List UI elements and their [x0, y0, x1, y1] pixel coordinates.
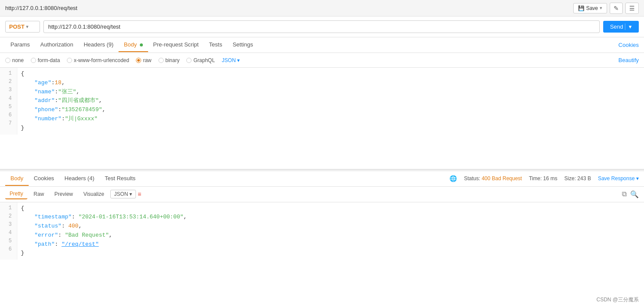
code-line: "timestamp": "2024-01-16T13:53:14.640+00… — [21, 213, 641, 222]
body-options-left: none form-data x-www-form-urlencoded raw… — [5, 57, 240, 63]
url-input[interactable] — [43, 20, 600, 33]
radio-none[interactable] — [5, 58, 10, 63]
response-code-lines: 1 2 3 4 5 6 { "timestamp": "2024-01-16T1… — [0, 202, 644, 260]
response-sub-right: ⧉ 🔍 — [622, 190, 639, 198]
line-num: 2 — [2, 78, 13, 86]
status-label: Status: 400 Bad Request — [464, 175, 522, 182]
line-num: 3 — [2, 221, 13, 229]
option-form-data[interactable]: form-data — [31, 57, 60, 63]
edit-button[interactable]: ✎ — [610, 3, 623, 14]
radio-binary[interactable] — [159, 58, 164, 63]
tab-authorization[interactable]: Authorization — [35, 38, 79, 52]
cookies-link[interactable]: Cookies — [618, 42, 639, 48]
save-response-chevron-icon: ▾ — [636, 175, 639, 182]
option-graphql[interactable]: GraphQL — [186, 57, 215, 63]
body-badge — [140, 43, 143, 46]
sub-tab-visualize[interactable]: Visualize — [79, 189, 109, 199]
beautify-button[interactable]: Beautify — [618, 57, 639, 63]
radio-form-data[interactable] — [31, 58, 36, 63]
search-icon[interactable]: 🔍 — [630, 190, 639, 198]
radio-raw[interactable] — [136, 58, 141, 63]
rtab-cookies[interactable]: Cookies — [29, 172, 59, 186]
code-lines: 1 2 3 4 5 6 7 { "age":18, "name":"张三", "… — [0, 68, 644, 135]
status-value: 400 Bad Request — [482, 175, 522, 182]
sub-tab-preview[interactable]: Preview — [50, 189, 77, 199]
radio-urlencoded[interactable] — [67, 58, 72, 63]
json-select[interactable]: JSON ▾ — [222, 57, 240, 63]
save-response-button[interactable]: Save Response ▾ — [598, 175, 639, 182]
line-numbers: 1 2 3 4 5 6 7 — [0, 68, 17, 135]
response-code-content: { "timestamp": "2024-01-16T13:53:14.640+… — [17, 202, 644, 260]
page-title: http://127.0.0.1:8080/req/test — [5, 5, 77, 11]
response-json-badge[interactable]: JSON ▾ — [110, 190, 136, 198]
tab-params[interactable]: Params — [5, 38, 35, 52]
code-line: } — [21, 124, 641, 133]
line-num: 5 — [2, 103, 13, 111]
rtab-body[interactable]: Body — [5, 172, 29, 186]
rtab-test-results[interactable]: Test Results — [99, 172, 141, 186]
code-line: "addr":"四川省成都市", — [21, 96, 641, 106]
code-line: "phone":"1352678459", — [21, 106, 641, 115]
save-dropdown-icon[interactable]: ▾ — [600, 5, 602, 11]
method-label: POST — [9, 23, 24, 30]
tab-settings[interactable]: Settings — [228, 38, 258, 52]
code-content: { "age":18, "name":"张三", "addr":"四川省成都市"… — [17, 68, 644, 135]
line-num: 4 — [2, 95, 13, 103]
response-status: 🌐 Status: 400 Bad Request Time: 16 ms Si… — [449, 175, 639, 182]
time-label: Time: 16 ms — [529, 175, 558, 182]
copy-icon[interactable]: ⧉ — [622, 190, 627, 198]
radio-graphql[interactable] — [186, 58, 192, 63]
response-line-numbers: 1 2 3 4 5 6 — [0, 202, 17, 260]
option-urlencoded[interactable]: x-www-form-urlencoded — [67, 57, 129, 63]
size-label: Size: 243 B — [565, 175, 591, 182]
sub-tab-pretty[interactable]: Pretty — [5, 189, 27, 199]
send-dropdown-icon[interactable]: ▾ — [625, 23, 632, 30]
line-num: 3 — [2, 86, 13, 94]
save-icon: 💾 — [578, 5, 585, 11]
comment-icon: ☰ — [629, 5, 635, 12]
line-num: 1 — [2, 204, 13, 212]
response-sub-tabs: Pretty Raw Preview Visualize JSON ▾ ≡ ⧉ … — [0, 187, 644, 202]
tab-body[interactable]: Body — [119, 38, 148, 52]
line-num: 7 — [2, 119, 13, 128]
option-none[interactable]: none — [5, 57, 24, 63]
rtab-headers[interactable]: Headers (4) — [59, 172, 100, 186]
line-num: 5 — [2, 237, 13, 245]
watermark: CSDN @三分魔系 — [596, 296, 639, 304]
comment-button[interactable]: ☰ — [625, 3, 639, 14]
request-body-editor[interactable]: 1 2 3 4 5 6 7 { "age":18, "name":"张三", "… — [0, 68, 644, 169]
sub-tab-raw[interactable]: Raw — [29, 189, 48, 199]
response-body-editor: 1 2 3 4 5 6 { "timestamp": "2024-01-16T1… — [0, 202, 644, 260]
request-tabs: Params Authorization Headers (9) Body Pr… — [5, 38, 258, 52]
url-bar: POST ▾ Send ▾ — [0, 17, 644, 37]
filter-icon[interactable]: ≡ — [138, 191, 141, 198]
line-num: 1 — [2, 69, 13, 78]
body-options-bar: none form-data x-www-form-urlencoded raw… — [0, 53, 644, 68]
method-selector[interactable]: POST ▾ — [5, 21, 40, 33]
top-bar: http://127.0.0.1:8080/req/test 💾 Save ▾ … — [0, 0, 644, 17]
json-chevron-icon: ▾ — [237, 57, 240, 63]
globe-icon: 🌐 — [449, 175, 457, 182]
tab-headers[interactable]: Headers (9) — [79, 38, 119, 52]
save-button[interactable]: 💾 Save ▾ — [573, 3, 607, 13]
option-binary[interactable]: binary — [159, 57, 180, 63]
tabs-right: Cookies — [618, 42, 639, 48]
send-button[interactable]: Send ▾ — [603, 21, 639, 33]
line-num: 4 — [2, 229, 13, 237]
top-bar-actions: 💾 Save ▾ ✎ ☰ — [573, 3, 639, 14]
tab-pre-request[interactable]: Pre-request Script — [148, 38, 204, 52]
edit-icon: ✎ — [614, 5, 619, 12]
code-line: "name":"张三", — [21, 88, 641, 97]
request-tabs-bar: Params Authorization Headers (9) Body Pr… — [0, 37, 644, 53]
line-num: 6 — [2, 111, 13, 119]
option-raw[interactable]: raw — [136, 57, 151, 63]
json-badge-chevron-icon: ▾ — [129, 191, 132, 197]
tab-tests[interactable]: Tests — [204, 38, 227, 52]
response-section: Body Cookies Headers (4) Test Results 🌐 … — [0, 171, 644, 260]
code-line: { — [21, 69, 641, 79]
response-tabs-bar: Body Cookies Headers (4) Test Results 🌐 … — [0, 171, 644, 187]
method-chevron-icon: ▾ — [26, 24, 28, 29]
line-num: 2 — [2, 212, 13, 221]
response-tabs: Body Cookies Headers (4) Test Results — [5, 172, 141, 186]
code-line: } — [21, 249, 641, 258]
